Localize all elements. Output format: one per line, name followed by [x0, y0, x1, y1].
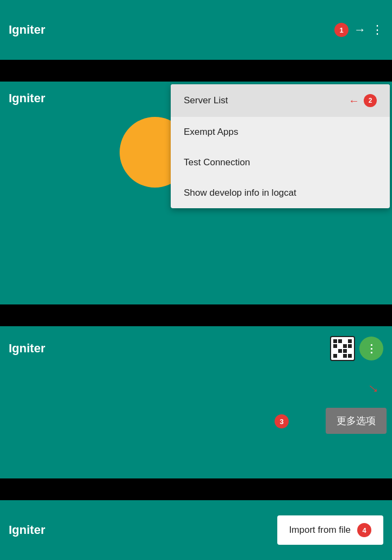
panel4-toolbar: Igniter Import from file 4 — [0, 500, 392, 560]
black-divider-3 — [0, 478, 392, 500]
qr-cell — [343, 339, 347, 343]
menu-item-exempt-apps-label: Exempt Apps — [184, 127, 238, 138]
panel1-title: Igniter — [9, 23, 334, 37]
badge-4: 4 — [357, 523, 371, 537]
qr-cell — [338, 354, 342, 358]
dots-icon: ⋮ — [366, 342, 377, 355]
more-options-label: 更多选项 — [337, 415, 376, 426]
black-divider-1 — [0, 60, 392, 82]
qr-cell — [338, 339, 342, 343]
arrow-right-icon[interactable]: → — [354, 23, 366, 37]
black-divider-2 — [0, 304, 392, 326]
panel3-bg: Igniter ⋮ — [0, 326, 392, 478]
qr-cell — [333, 344, 337, 348]
qr-cell — [338, 349, 342, 353]
more-options-button[interactable]: 更多选项 — [326, 408, 387, 434]
qr-code-icon[interactable] — [330, 336, 355, 361]
menu-item-show-develop-info-label: Show develop info in logcat — [184, 188, 296, 198]
qr-cell — [348, 339, 352, 343]
qr-cell — [343, 349, 347, 353]
panel4-title: Igniter — [9, 523, 277, 537]
import-from-file-label: Import from file — [289, 525, 351, 536]
import-from-file-button[interactable]: Import from file 4 — [277, 515, 383, 545]
badge-1: 1 — [334, 23, 349, 37]
menu-item-test-connection-label: Test Connection — [184, 157, 250, 168]
three-dots-button[interactable]: ⋮ — [359, 337, 383, 360]
panel1-actions: 1 → ⋮ — [334, 23, 383, 37]
qr-cell — [333, 339, 337, 343]
qr-cell — [343, 354, 347, 358]
panel3-title: Igniter — [9, 341, 330, 356]
qr-cell — [348, 354, 352, 358]
panel1-toolbar: Igniter 1 → ⋮ — [0, 0, 392, 60]
qr-cell — [333, 354, 337, 358]
menu-item-server-list-label: Server List — [184, 95, 228, 106]
menu-item-test-connection[interactable]: Test Connection — [171, 147, 390, 178]
qr-cell — [338, 344, 342, 348]
menu-item-exempt-apps[interactable]: Exempt Apps — [171, 117, 390, 147]
menu-item-server-list[interactable]: Server List ← 2 — [171, 84, 390, 117]
qr-cell — [348, 349, 352, 353]
badge-2: 2 — [364, 94, 377, 107]
arrow-left-icon: ← — [349, 95, 359, 107]
qr-cell — [333, 349, 337, 353]
badge-3: 3 — [275, 414, 289, 428]
qr-cell — [348, 344, 352, 348]
qr-cell — [343, 344, 347, 348]
panel3-header: Igniter ⋮ — [0, 326, 392, 361]
menu-item-show-develop-info[interactable]: Show develop info in logcat — [171, 178, 390, 208]
overflow-menu-icon[interactable]: ⋮ — [371, 23, 383, 37]
dropdown-menu: Server List ← 2 Exempt Apps Test Connect… — [171, 84, 390, 208]
